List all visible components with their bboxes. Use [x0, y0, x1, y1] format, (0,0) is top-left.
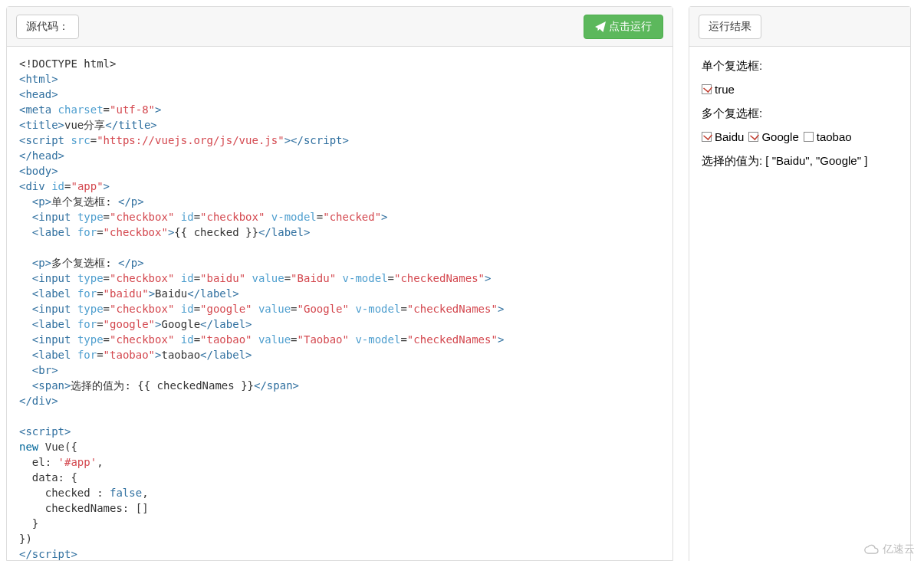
watermark-text: 亿速云 [883, 543, 915, 556]
multi-options-row: BaiduGoogletaobao [702, 130, 898, 143]
source-label-button[interactable]: 源代码： [16, 15, 79, 39]
source-header: 源代码： 点击运行 [7, 7, 672, 47]
checkbox-label-google[interactable]: Google [761, 130, 798, 143]
checkbox-google[interactable] [748, 132, 758, 142]
result-header: 运行结果 [689, 7, 910, 47]
result-label-button[interactable]: 运行结果 [699, 15, 761, 39]
multi-checkbox-title: 多个复选框: [702, 107, 898, 121]
code-editor[interactable]: <!DOCTYPE html> <html> <head> <meta char… [7, 47, 672, 560]
source-panel: 源代码： 点击运行 <!DOCTYPE html> <html> <head> … [6, 6, 673, 561]
selected-values-text: 选择的值为: [ "Baidu", "Google" ] [702, 154, 898, 169]
paper-plane-icon [595, 21, 606, 32]
result-body: 单个复选框: true 多个复选框: BaiduGoogletaobao 选择的… [689, 47, 910, 181]
single-checkbox-value[interactable]: true [715, 83, 735, 96]
single-checkbox-title: 单个复选框: [702, 59, 898, 74]
checkbox-label-baidu[interactable]: Baidu [715, 130, 744, 143]
checkbox-label-taobao[interactable]: taobao [817, 130, 852, 143]
watermark: 亿速云 [864, 543, 915, 556]
cloud-icon [864, 544, 880, 555]
run-button-label: 点击运行 [609, 20, 652, 34]
run-button[interactable]: 点击运行 [584, 15, 663, 39]
code-content: <!DOCTYPE html> <html> <head> <meta char… [19, 56, 672, 560]
checkbox-taobao[interactable] [804, 132, 814, 142]
result-panel: 运行结果 单个复选框: true 多个复选框: BaiduGoogletaoba… [689, 6, 911, 561]
checkbox-baidu[interactable] [702, 132, 712, 142]
single-checkbox[interactable] [702, 84, 712, 94]
